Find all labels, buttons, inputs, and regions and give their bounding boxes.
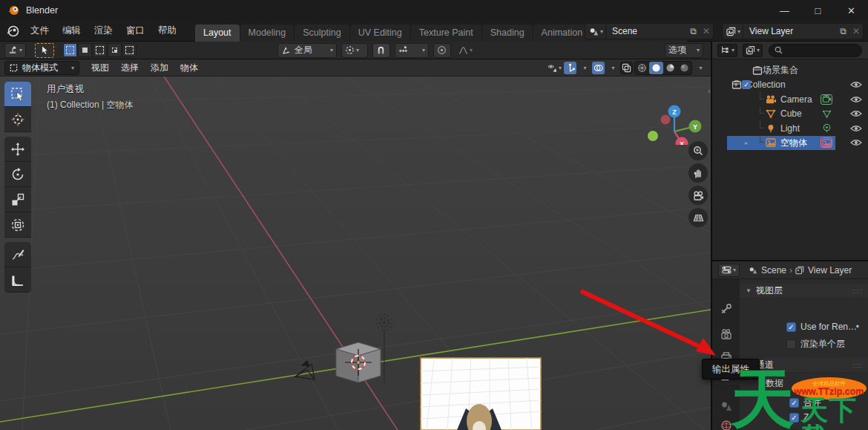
eye-icon[interactable]: [850, 80, 862, 89]
viewport-menu-选择[interactable]: 选择: [115, 60, 145, 76]
tool-transform[interactable]: [4, 212, 31, 238]
select-mode-extend[interactable]: [78, 43, 92, 57]
filter-dropdown[interactable]: ▾: [743, 44, 763, 57]
minimize-button[interactable]: —: [768, 0, 801, 21]
close-button[interactable]: ✕: [835, 0, 868, 21]
proportional-edit-toggle[interactable]: [433, 43, 451, 58]
new-view-layer-icon[interactable]: ⧉: [837, 24, 849, 39]
scene-name[interactable]: Scene: [606, 26, 687, 36]
view-layer-selector[interactable]: ▾ View Layer ⧉ ✕: [722, 23, 864, 39]
xray-toggle[interactable]: [620, 62, 633, 74]
outliner-row-collection[interactable]: ▼✓Collection: [712, 78, 868, 93]
scene-icon[interactable]: ▾: [585, 24, 606, 39]
tool-scale[interactable]: [4, 187, 31, 212]
tool-cursor[interactable]: [4, 107, 31, 132]
mode-dropdown[interactable]: 物体模式 ▾: [4, 61, 79, 75]
tab-animation[interactable]: Animation: [533, 25, 592, 42]
tool-properties-tab[interactable]: [712, 299, 740, 319]
eye-icon[interactable]: [850, 138, 862, 147]
overlays-dropdown[interactable]: ▾: [606, 62, 619, 74]
shading-solid-button[interactable]: [649, 62, 663, 74]
eye-icon[interactable]: [850, 109, 862, 118]
viewport-menu-物体[interactable]: 物体: [174, 60, 204, 76]
outliner-search[interactable]: [769, 44, 862, 57]
new-scene-icon[interactable]: ⧉: [687, 24, 700, 39]
shading-dropdown[interactable]: ▾: [694, 62, 706, 74]
gizmos-dropdown[interactable]: ▾: [578, 62, 591, 74]
tool-settings-dropdown[interactable]: ▾: [4, 43, 26, 58]
visibility-dropdown[interactable]: ▾: [547, 62, 562, 74]
animate-dot[interactable]: •: [856, 322, 859, 332]
checkbox[interactable]: ✓: [789, 398, 799, 408]
camera-data-icon[interactable]: [821, 94, 832, 105]
overlays-toggle[interactable]: [592, 62, 605, 74]
select-mode-new[interactable]: [63, 43, 77, 57]
outliner-row-空物体[interactable]: ▸空物体: [712, 136, 868, 151]
scene-selector[interactable]: ▾ Scene ⧉ ✕: [585, 23, 714, 39]
property-row-use-for-rendering[interactable]: ✓Use for Ren…•: [786, 322, 868, 332]
gizmos-toggle[interactable]: [564, 62, 576, 74]
select-mode-subtract[interactable]: [93, 43, 107, 57]
checkbox[interactable]: ✓: [786, 322, 796, 332]
pass-row-合并[interactable]: ✓合并: [789, 397, 821, 409]
scene-properties-tab[interactable]: [712, 397, 740, 416]
display-mode-dropdown[interactable]: ▾: [717, 44, 737, 57]
menu-编辑[interactable]: 编辑: [56, 22, 88, 39]
menu-文件[interactable]: 文件: [24, 22, 56, 39]
tab-uv-editing[interactable]: UV Editing: [350, 25, 411, 42]
outliner-row-camera[interactable]: Camera: [712, 92, 868, 107]
outliner-row-light[interactable]: Light: [712, 121, 868, 136]
panel-drag-dots[interactable]: ::::: [852, 362, 863, 369]
viewport-canvas[interactable]: [0, 59, 711, 430]
camera-object[interactable]: [295, 361, 315, 379]
mesh-data-icon[interactable]: [821, 108, 832, 119]
transform-orientation-dropdown[interactable]: 全局 ▾: [277, 43, 337, 58]
blender-menu-icon[interactable]: [6, 25, 19, 38]
render-properties-tab[interactable]: [712, 325, 740, 344]
eye-icon[interactable]: [850, 124, 862, 133]
tab-shading[interactable]: Shading: [482, 25, 533, 42]
property-row-render-single-layer[interactable]: 渲染单个层: [786, 338, 868, 351]
tab-sculpting[interactable]: Sculpting: [295, 25, 349, 42]
select-mode-invert[interactable]: [108, 43, 122, 57]
pivot-point-dropdown[interactable]: ▾: [341, 43, 368, 58]
image-data-icon[interactable]: [821, 137, 832, 148]
view-layer-icon[interactable]: ▾: [723, 24, 743, 39]
pan-button[interactable]: [688, 163, 708, 183]
checkbox[interactable]: ✓: [789, 413, 799, 423]
view-layer-panel-header[interactable]: ▼ 视图层 ::::: [740, 284, 868, 299]
options-dropdown[interactable]: 选项 ▾: [665, 43, 703, 58]
tool-annotate[interactable]: [4, 242, 31, 267]
light-data-icon[interactable]: [821, 123, 832, 134]
checkbox[interactable]: [786, 339, 796, 349]
disclosure-triangle[interactable]: ▸: [742, 140, 751, 146]
remove-view-layer-icon[interactable]: ✕: [849, 24, 863, 39]
breadcrumb-view-layer[interactable]: View Layer: [808, 265, 852, 276]
ortho-toggle-button[interactable]: [688, 208, 708, 227]
viewport-3d[interactable]: 物体模式 ▾ 视图选择添加物体 ▾ ▾ ▾: [0, 59, 711, 430]
zoom-button[interactable]: [688, 141, 708, 160]
shading-wireframe-button[interactable]: [635, 62, 649, 74]
view-layer-name[interactable]: View Layer: [743, 26, 837, 36]
maximize-button[interactable]: □: [801, 0, 835, 21]
tool-rotate[interactable]: [4, 162, 31, 187]
tab-layout[interactable]: Layout: [195, 25, 240, 42]
eye-icon[interactable]: [850, 95, 862, 104]
world-properties-tab[interactable]: [712, 416, 740, 430]
navigation-gizmo[interactable]: Z Y X: [642, 78, 709, 145]
collection-checkbox[interactable]: ✓: [742, 80, 751, 89]
editor-type-dropdown[interactable]: ▾: [718, 264, 740, 277]
shading-rendered-button[interactable]: [677, 62, 691, 74]
proportional-falloff-dropdown[interactable]: ▾: [456, 43, 485, 58]
camera-view-button[interactable]: [688, 186, 708, 205]
tab-modeling[interactable]: Modeling: [240, 25, 295, 42]
select-mode-intersect[interactable]: [122, 43, 137, 57]
tab-texture-paint[interactable]: Texture Paint: [411, 25, 482, 42]
outliner-row-scene-collection[interactable]: 场景集合: [712, 63, 868, 78]
tool-move[interactable]: [4, 137, 31, 162]
outliner-row-cube[interactable]: Cube: [712, 107, 868, 122]
active-tool-button[interactable]: [35, 43, 54, 58]
snap-target-dropdown[interactable]: ▾: [395, 43, 429, 58]
pass-row-Z[interactable]: ✓Z: [789, 412, 809, 423]
menu-帮助[interactable]: 帮助: [151, 22, 183, 39]
